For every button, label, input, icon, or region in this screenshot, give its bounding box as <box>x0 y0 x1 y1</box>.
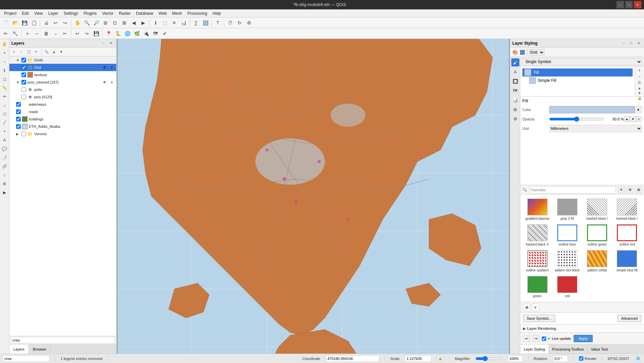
list-view-btn[interactable]: ≡ <box>532 304 539 311</box>
opacity-up-btn[interactable]: ▲ <box>624 116 630 122</box>
styling-label-tab[interactable]: A <box>511 68 519 76</box>
plugin3-lt[interactable]: ▶ <box>1 189 9 197</box>
layer-eth-addis[interactable]: ETH_Addis_Ababa <box>9 123 116 130</box>
magnifier-input[interactable] <box>508 355 523 362</box>
vertex-tool[interactable]: ⬦ <box>51 29 60 38</box>
scissors-btn[interactable]: ✂ <box>61 29 69 38</box>
plugin-btn[interactable]: 🔌 <box>142 29 150 38</box>
layer-pois[interactable]: pois [4120] <box>9 93 116 101</box>
grid-style-btn[interactable]: ⚙ <box>102 64 108 70</box>
menu-processing[interactable]: Processing <box>185 10 210 16</box>
redo2-btn[interactable]: ↪ <box>82 29 91 38</box>
save-symbol-button[interactable]: Save Symbol... <box>523 315 555 322</box>
qgis-btn[interactable]: 🌿 <box>132 29 141 38</box>
status-search-input[interactable] <box>3 355 50 362</box>
fav-outline-blue[interactable]: outline blue <box>553 223 581 248</box>
zoom-selection-tool[interactable]: ⊡ <box>111 18 119 27</box>
waterways-checkbox[interactable] <box>16 102 21 107</box>
scale-input[interactable] <box>405 355 432 362</box>
pan-lt-btn[interactable]: ✋ <box>1 40 9 48</box>
tab-layer-styling[interactable]: Layer Styling <box>520 345 549 354</box>
epsg-label[interactable]: EPSG:32637 <box>608 357 629 361</box>
measure-lt[interactable]: 📏 <box>1 84 9 92</box>
close-button[interactable]: ✕ <box>634 1 641 8</box>
fav-hashed-back[interactable]: hashed black \ <box>613 197 641 222</box>
move-feature-btn[interactable]: ↔ <box>33 29 41 38</box>
redo-button[interactable]: ↪ <box>61 18 69 27</box>
add-poly-lt[interactable]: ⬡ <box>1 110 9 118</box>
snap-lt[interactable]: 🔗 <box>1 162 9 170</box>
menu-project[interactable]: Project <box>1 10 19 16</box>
undo-style-btn[interactable]: ↩ <box>523 335 530 342</box>
save-as-button[interactable]: 📋 <box>29 18 38 27</box>
menu-settings[interactable]: Settings <box>61 10 81 16</box>
roads-checkbox[interactable] <box>16 109 21 114</box>
toggle-edit-btn[interactable]: ✏ <box>33 49 40 55</box>
add-feature-btn[interactable]: + <box>23 29 32 38</box>
grids-checkbox[interactable] <box>21 58 26 62</box>
styling-mask-tab[interactable]: 🔲 <box>511 77 519 85</box>
digitize-btn[interactable]: ✏ <box>1 29 10 38</box>
advanced-button[interactable]: Advanced <box>618 315 641 322</box>
render-checkbox[interactable] <box>579 356 583 361</box>
grid-view-btn[interactable]: ⊞ <box>523 304 530 311</box>
identify-lt[interactable]: ℹ <box>1 66 9 74</box>
new-project-button[interactable]: 📄 <box>1 18 10 27</box>
check-btn[interactable]: ✔ <box>160 29 169 38</box>
eth-addis-checkbox[interactable] <box>16 124 21 129</box>
opacity-slider[interactable] <box>549 116 604 122</box>
dup-symbol-btn[interactable]: ⎘ <box>636 80 643 85</box>
fav-simple-blue[interactable]: simple blue fill <box>613 249 641 273</box>
fill-layer-item[interactable]: Fill <box>522 68 633 76</box>
add-point-lt[interactable]: • <box>1 127 9 136</box>
zoom-out-lt[interactable]: − <box>1 58 9 66</box>
fav-outline-green[interactable]: outline green <box>583 223 611 248</box>
styling-3d-tab[interactable]: 🗺 <box>511 87 519 95</box>
grid-filter-btn[interactable]: ⫿ <box>109 64 115 70</box>
fav-hashed-x[interactable]: hashed black X <box>523 223 552 248</box>
landuse-checkbox[interactable] <box>21 72 26 77</box>
collapse-all-btn[interactable]: ▲ <box>51 49 57 55</box>
menu-plugins[interactable]: Plugins <box>81 10 99 16</box>
next-extent-tool[interactable]: ▶ <box>139 18 147 27</box>
opacity-down-btn[interactable]: ▼ <box>630 116 636 122</box>
zoom-full-tool[interactable]: ⊞ <box>101 18 110 27</box>
browser2-btn[interactable]: 🌐 <box>123 29 132 38</box>
move2-lt[interactable]: ↕ <box>1 171 9 179</box>
styling-rendering-tab[interactable]: ⚙ <box>511 115 519 123</box>
pois-checkbox[interactable] <box>21 80 26 85</box>
styling-minimize[interactable]: − <box>621 40 627 47</box>
menu-edit[interactable]: Edit <box>19 10 31 16</box>
fav-zelda[interactable]: pattern zelda <box>583 249 611 273</box>
fav-outline-xpattern[interactable]: outline xpattern <box>523 249 552 273</box>
apply-button[interactable]: Apply <box>574 335 593 342</box>
menu-view[interactable]: View <box>31 10 46 16</box>
expand-all-btn[interactable]: ▼ <box>58 49 65 55</box>
grid-checkbox[interactable] <box>21 65 26 70</box>
menu-mesh[interactable]: Mesh <box>170 10 185 16</box>
fav-hashed-fwd[interactable]: hashed black / <box>583 197 611 222</box>
edit-lt[interactable]: ✏ <box>1 93 9 101</box>
layer-buildings[interactable]: buildings <box>9 115 116 123</box>
favorites-settings-btn[interactable]: ⚙ <box>627 187 633 193</box>
fav-gradient-plasma[interactable]: gradient plasma <box>523 197 552 222</box>
plugin2-lt[interactable]: ⚙ <box>1 180 9 188</box>
deselect-tool[interactable]: ✕ <box>170 18 179 27</box>
layers-close[interactable]: ✕ <box>108 40 114 47</box>
undo-button[interactable]: ↩ <box>51 18 60 27</box>
identify-tool[interactable]: ℹ <box>151 18 160 27</box>
voronoi-checkbox[interactable] <box>21 132 26 136</box>
remove-layer-btn[interactable]: − <box>18 49 25 55</box>
menu-layer[interactable]: Layer <box>46 10 61 16</box>
open-attr-btn[interactable]: 📋 <box>25 49 32 55</box>
refresh-tool[interactable]: ↻ <box>235 18 244 27</box>
attribute-table-tool[interactable]: 📊 <box>179 18 188 27</box>
layer-waterways[interactable]: waterways <box>9 101 116 108</box>
open-project-button[interactable]: 📂 <box>11 18 19 27</box>
select-tool[interactable]: ⬚ <box>160 18 169 27</box>
opacity-expr-btn[interactable]: ε <box>636 116 642 122</box>
redo-style-btn[interactable]: ↪ <box>532 335 539 342</box>
layer-landuse[interactable]: landuse <box>9 71 116 79</box>
zoom-in-tool[interactable]: 🔍 <box>82 18 91 27</box>
menu-web[interactable]: Web <box>156 10 169 16</box>
